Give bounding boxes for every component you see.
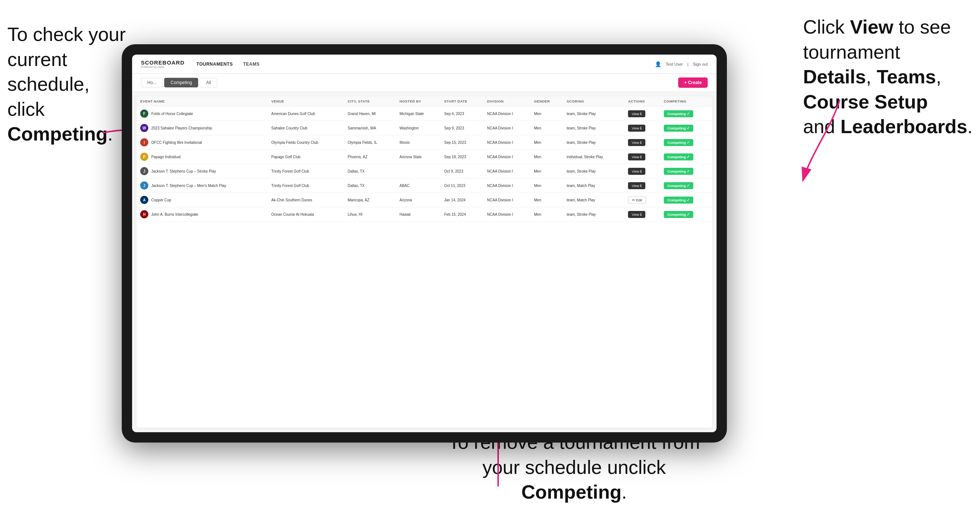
team-logo: J <box>140 181 148 190</box>
edit-button[interactable]: ✏ Edit <box>628 196 646 204</box>
cell-start-date: Sep 15, 2023 <box>441 135 484 150</box>
tab-competing[interactable]: Competing <box>164 78 198 87</box>
cell-start-date: Feb 15, 2024 <box>441 207 484 222</box>
actions-cell: View ℹ <box>624 164 660 178</box>
scoreboard-logo: SCOREBOARD Powered by clippi <box>141 59 185 68</box>
cell-venue: Olympia Fields Country Club <box>267 135 344 150</box>
view-button[interactable]: View ℹ <box>628 139 645 146</box>
cell-city-state: Sammamish, WA <box>344 121 396 135</box>
tablet-screen: SCOREBOARD Powered by clippi TOURNAMENTS… <box>132 55 717 432</box>
cell-division: NCAA Division I <box>484 135 530 150</box>
cell-venue: Ak-Chin Southern Dunes <box>267 193 344 207</box>
nav-links: TOURNAMENTS TEAMS <box>196 62 655 67</box>
event-name: Jackson T. Stephens Cup – Men's Match Pl… <box>151 184 226 188</box>
competing-cell: Competing ✓ <box>660 135 712 150</box>
event-name-cell: I OFCC Fighting Illini Invitational <box>137 135 267 150</box>
competing-button[interactable]: Competing ✓ <box>664 197 693 203</box>
cell-division: NCAA Division I <box>484 150 530 164</box>
col-gender: GENDER <box>530 96 563 106</box>
cell-gender: Men <box>530 207 563 222</box>
cell-start-date: Oct 11, 2023 <box>441 178 484 193</box>
nav-right: 👤 Test User | Sign out <box>655 61 708 67</box>
table-row: W 2023 Sahalee Players Championship Saha… <box>137 121 712 135</box>
event-name-cell: W 2023 Sahalee Players Championship <box>137 121 267 135</box>
competing-button[interactable]: Competing ✓ <box>664 211 693 218</box>
competing-cell: Competing ✓ <box>660 193 712 207</box>
nav-tournaments[interactable]: TOURNAMENTS <box>196 62 233 67</box>
table-row: H John A. Burns Intercollegiate Ocean Co… <box>137 207 712 222</box>
user-name: Test User <box>666 62 682 67</box>
competing-button[interactable]: Competing ✓ <box>664 182 693 189</box>
event-name-cell: P Papago Individual <box>137 150 267 164</box>
tab-home[interactable]: Ho... <box>141 78 163 87</box>
nav-teams[interactable]: TEAMS <box>243 62 260 67</box>
table-row: A Copper Cup Ak-Chin Southern DunesMaric… <box>137 193 712 207</box>
cell-division: NCAA Division I <box>484 178 530 193</box>
tab-all[interactable]: All <box>200 78 217 87</box>
cell-start-date: Sep 9, 2023 <box>441 121 484 135</box>
col-hosted-by: HOSTED BY <box>396 96 441 106</box>
view-button[interactable]: View ℹ <box>628 182 645 189</box>
competing-button[interactable]: Competing ✓ <box>664 110 693 117</box>
cell-city-state: Phoenix, AZ <box>344 150 396 164</box>
cell-scoring: team, Stroke Play <box>563 164 624 178</box>
event-name: Papago Individual <box>151 155 181 159</box>
competing-button[interactable]: Competing ✓ <box>664 139 693 146</box>
competing-button[interactable]: Competing ✓ <box>664 125 693 132</box>
view-button[interactable]: View ℹ <box>628 211 645 218</box>
tablet-device: SCOREBOARD Powered by clippi TOURNAMENTS… <box>122 44 727 443</box>
competing-cell: Competing ✓ <box>660 207 712 222</box>
cell-hosted-by: Washington <box>396 121 441 135</box>
col-city-state: CITY, STATE <box>344 96 396 106</box>
col-division: DIVISION <box>484 96 530 106</box>
cell-hosted-by <box>396 164 441 178</box>
cell-hosted-by: Arizona State <box>396 150 441 164</box>
cell-start-date: Sep 4, 2023 <box>441 106 484 121</box>
team-logo: I <box>140 138 148 146</box>
competing-cell: Competing ✓ <box>660 106 712 121</box>
cell-hosted-by: Michigan State <box>396 106 441 121</box>
cell-gender: Men <box>530 135 563 150</box>
col-scoring: SCORING <box>563 96 624 106</box>
cell-gender: Men <box>530 178 563 193</box>
competing-button[interactable]: Competing ✓ <box>664 153 693 160</box>
cell-division: NCAA Division I <box>484 207 530 222</box>
cell-start-date: Oct 9, 2023 <box>441 164 484 178</box>
cell-city-state: Maricopa, AZ <box>344 193 396 207</box>
logo-subtitle: Powered by clippi <box>141 66 185 68</box>
sign-out-link[interactable]: Sign out <box>693 62 708 67</box>
table-row: J Jackson T. Stephens Cup – Stroke Play … <box>137 164 712 178</box>
event-name: Jackson T. Stephens Cup – Stroke Play <box>151 169 216 173</box>
divider: | <box>687 62 689 67</box>
create-button[interactable]: + Create <box>678 78 708 88</box>
event-name: Folds of Honor Collegiate <box>151 112 193 116</box>
tournaments-table: EVENT NAME VENUE CITY, STATE HOSTED BY S… <box>137 96 712 222</box>
competing-button[interactable]: Competing ✓ <box>664 168 693 175</box>
table-row: J Jackson T. Stephens Cup – Men's Match … <box>137 178 712 193</box>
event-name: John A. Burns Intercollegiate <box>151 213 198 216</box>
cell-city-state: Dallas, TX <box>344 164 396 178</box>
view-button[interactable]: View ℹ <box>628 110 645 117</box>
actions-cell: View ℹ <box>624 121 660 135</box>
team-logo: H <box>140 210 148 218</box>
view-button[interactable]: View ℹ <box>628 125 645 132</box>
view-button[interactable]: View ℹ <box>628 153 645 160</box>
actions-cell: View ℹ <box>624 106 660 121</box>
event-name-cell: F Folds of Honor Collegiate <box>137 106 267 121</box>
competing-cell: Competing ✓ <box>660 121 712 135</box>
event-name-cell: J Jackson T. Stephens Cup – Men's Match … <box>137 178 267 193</box>
event-name: OFCC Fighting Illini Invitational <box>151 141 202 144</box>
tournaments-table-container: EVENT NAME VENUE CITY, STATE HOSTED BY S… <box>137 96 712 428</box>
view-button[interactable]: View ℹ <box>628 168 645 175</box>
team-logo: F <box>140 110 148 117</box>
team-logo: A <box>140 196 148 204</box>
actions-cell: ✏ Edit <box>624 193 660 207</box>
competing-cell: Competing ✓ <box>660 150 712 164</box>
cell-gender: Men <box>530 121 563 135</box>
cell-venue: Ocean Course At Hokuala <box>267 207 344 222</box>
cell-division: NCAA Division I <box>484 106 530 121</box>
navbar: SCOREBOARD Powered by clippi TOURNAMENTS… <box>132 55 717 74</box>
user-icon: 👤 <box>655 61 661 67</box>
cell-scoring: team, Stroke Play <box>563 106 624 121</box>
table-body: F Folds of Honor Collegiate American Dun… <box>137 106 712 222</box>
